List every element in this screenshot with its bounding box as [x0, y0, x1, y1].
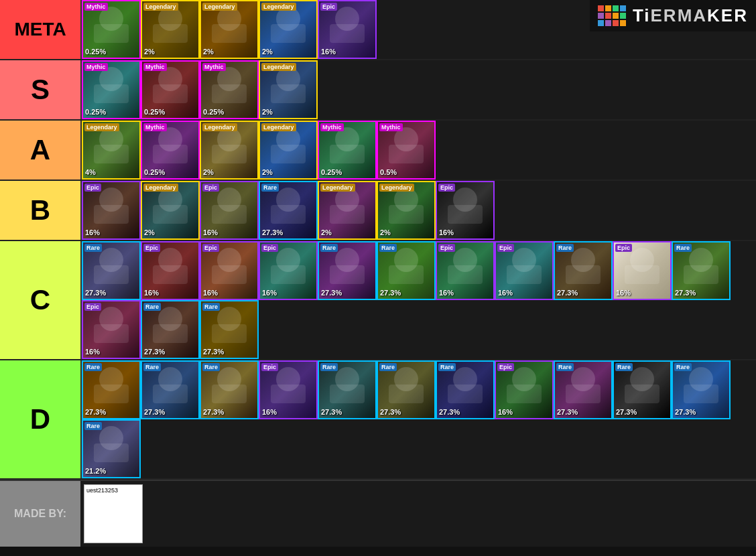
card-item[interactable]: Epic16% — [318, 0, 377, 59]
card-item[interactable]: Legendary2% — [259, 121, 318, 180]
percent-label: 27.3% — [262, 228, 283, 236]
card-item[interactable]: Rare27.3% — [554, 360, 613, 419]
card-item[interactable]: Rare27.3% — [613, 360, 672, 419]
percent-label: 2% — [321, 228, 332, 236]
rarity-badge: Legendary — [261, 3, 296, 11]
percent-label: 2% — [203, 168, 214, 176]
card-item[interactable]: Legendary2% — [259, 60, 318, 119]
card-item[interactable]: Rare21.2% — [82, 419, 141, 478]
card-item[interactable]: Mythic0.25% — [141, 121, 200, 180]
rarity-badge: Rare — [320, 244, 338, 252]
card-item[interactable]: Epic16% — [200, 241, 259, 300]
tier-row-c: C Rare27.3% Epic16% Epic16% Epic16% Rare… — [0, 241, 756, 360]
rarity-badge: Epic — [261, 244, 278, 252]
tier-items-a: Legendary4% Mythic0.25% Legendary2% Lege… — [80, 121, 756, 180]
percent-label: 16% — [85, 228, 100, 236]
rarity-badge: Rare — [674, 244, 692, 252]
card-item[interactable]: Rare27.3% — [436, 360, 495, 419]
rarity-badge: Mythic — [84, 3, 108, 11]
percent-label: 0.25% — [144, 108, 165, 116]
card-item[interactable]: Legendary2% — [318, 181, 377, 240]
card-item[interactable]: Rare27.3% — [672, 360, 731, 419]
tier-list: META Mythic0.25% Legendary2% Legendary2%… — [0, 0, 756, 480]
card-item[interactable]: Epic16% — [259, 241, 318, 300]
card-item[interactable]: Legendary2% — [141, 181, 200, 240]
card-item[interactable]: Rare27.3% — [200, 300, 259, 359]
card-item[interactable]: Rare27.3% — [672, 241, 731, 300]
card-item[interactable]: Legendary2% — [141, 0, 200, 59]
card-item[interactable]: Rare27.3% — [82, 241, 141, 300]
rarity-badge: Rare — [674, 363, 692, 371]
card-item[interactable]: Legendary2% — [377, 181, 436, 240]
rarity-badge: Rare — [556, 363, 574, 371]
card-item[interactable]: Mythic0.25% — [141, 60, 200, 119]
card-item[interactable]: Legendary2% — [259, 0, 318, 59]
card-item[interactable]: Rare27.3% — [318, 360, 377, 419]
card-item[interactable]: Rare27.3% — [141, 360, 200, 419]
card-item[interactable]: Legendary2% — [200, 0, 259, 59]
card-item[interactable]: Epic16% — [141, 241, 200, 300]
percent-label: 27.3% — [557, 289, 578, 297]
percent-label: 16% — [439, 289, 454, 297]
tier-row-s: S Mythic0.25% Mythic0.25% Mythic0.25% Le… — [0, 60, 756, 121]
rarity-badge: Rare — [143, 363, 161, 371]
percent-label: 27.3% — [321, 408, 342, 416]
rarity-badge: Mythic — [143, 63, 167, 71]
card-item[interactable]: Epic16% — [82, 181, 141, 240]
rarity-badge: Rare — [84, 363, 102, 371]
card-item[interactable]: Rare27.3% — [318, 241, 377, 300]
percent-label: 2% — [262, 48, 273, 56]
tier-row-b: B Epic16% Legendary2% Epic16% Rare27.3% … — [0, 181, 756, 241]
card-item[interactable]: Mythic0.25% — [82, 60, 141, 119]
rarity-badge: Rare — [615, 363, 633, 371]
rarity-badge: Rare — [379, 244, 397, 252]
rarity-badge: Mythic — [379, 123, 403, 131]
percent-label: 27.3% — [380, 408, 401, 416]
rarity-badge: Rare — [438, 363, 456, 371]
card-item[interactable]: Rare27.3% — [82, 360, 141, 419]
percent-label: 16% — [616, 289, 631, 297]
card-item[interactable]: Legendary2% — [200, 121, 259, 180]
rarity-badge: Epic — [497, 363, 514, 371]
percent-label: 27.3% — [203, 348, 224, 356]
percent-label: 16% — [144, 289, 159, 297]
rarity-badge: Legendary — [143, 184, 178, 192]
rarity-badge: Rare — [202, 303, 220, 311]
card-item[interactable]: Mythic0.25% — [82, 0, 141, 59]
made-by-content: uest213253 — [80, 481, 146, 547]
percent-label: 4% — [85, 168, 96, 176]
card-item[interactable]: Rare27.3% — [377, 360, 436, 419]
card-item[interactable]: Epic16% — [495, 360, 554, 419]
rarity-badge: Epic — [84, 184, 101, 192]
percent-label: 27.3% — [85, 408, 106, 416]
tiermaker-logo-grid — [598, 5, 626, 26]
card-item[interactable]: Epic16% — [259, 360, 318, 419]
card-item[interactable]: Epic16% — [495, 241, 554, 300]
card-item[interactable]: Epic16% — [436, 241, 495, 300]
card-item[interactable]: Legendary4% — [82, 121, 141, 180]
rarity-badge: Mythic — [84, 63, 108, 71]
card-item[interactable]: Rare27.3% — [554, 241, 613, 300]
card-item[interactable]: Rare27.3% — [200, 360, 259, 419]
card-item[interactable]: Rare27.3% — [141, 300, 200, 359]
card-item[interactable]: Rare27.3% — [377, 241, 436, 300]
card-item[interactable]: Epic16% — [613, 241, 672, 300]
tier-row-a: A Legendary4% Mythic0.25% Legendary2% Le… — [0, 121, 756, 181]
percent-label: 2% — [262, 168, 273, 176]
card-item[interactable]: Epic16% — [436, 181, 495, 240]
tier-items-c: Rare27.3% Epic16% Epic16% Epic16% Rare27… — [80, 241, 756, 359]
card-item[interactable]: Rare27.3% — [259, 181, 318, 240]
rarity-badge: Epic — [438, 244, 455, 252]
card-item[interactable]: Epic16% — [200, 181, 259, 240]
card-item[interactable]: Mythic0.25% — [200, 60, 259, 119]
rarity-badge: Epic — [261, 363, 278, 371]
percent-label: 0.25% — [203, 108, 224, 116]
percent-label: 27.3% — [380, 289, 401, 297]
card-item[interactable]: Epic16% — [82, 300, 141, 359]
percent-label: 16% — [203, 289, 218, 297]
rarity-badge: Rare — [202, 363, 220, 371]
percent-label: 16% — [85, 348, 100, 356]
card-item[interactable]: Mythic0.5% — [377, 121, 436, 180]
rarity-badge: Legendary — [202, 3, 237, 11]
card-item[interactable]: Mythic0.25% — [318, 121, 377, 180]
